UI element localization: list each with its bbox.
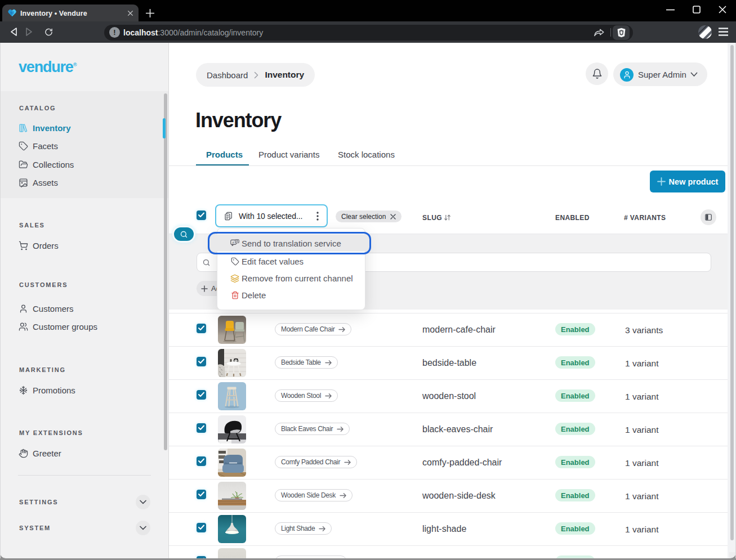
- svg-text:A: A: [232, 241, 234, 244]
